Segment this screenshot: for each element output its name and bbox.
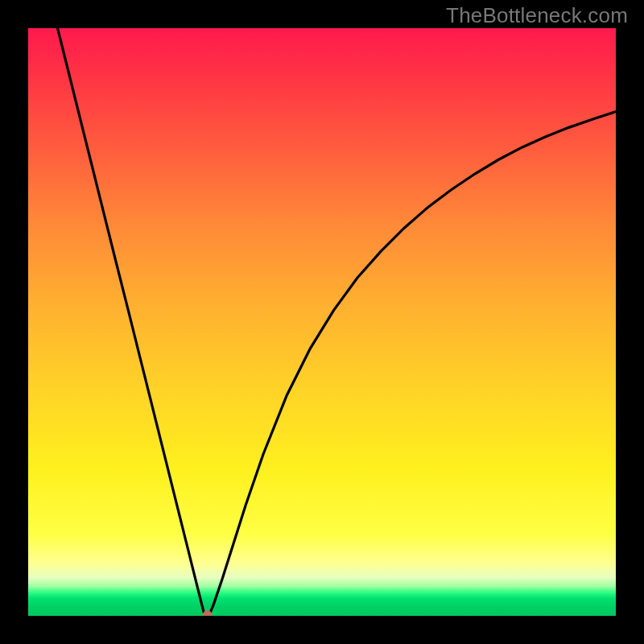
plot-area: [28, 28, 616, 616]
chart-frame: TheBottleneck.com: [0, 0, 644, 644]
curve-svg: [28, 28, 616, 616]
watermark-text: TheBottleneck.com: [446, 3, 628, 28]
bottleneck-curve: [58, 28, 617, 615]
